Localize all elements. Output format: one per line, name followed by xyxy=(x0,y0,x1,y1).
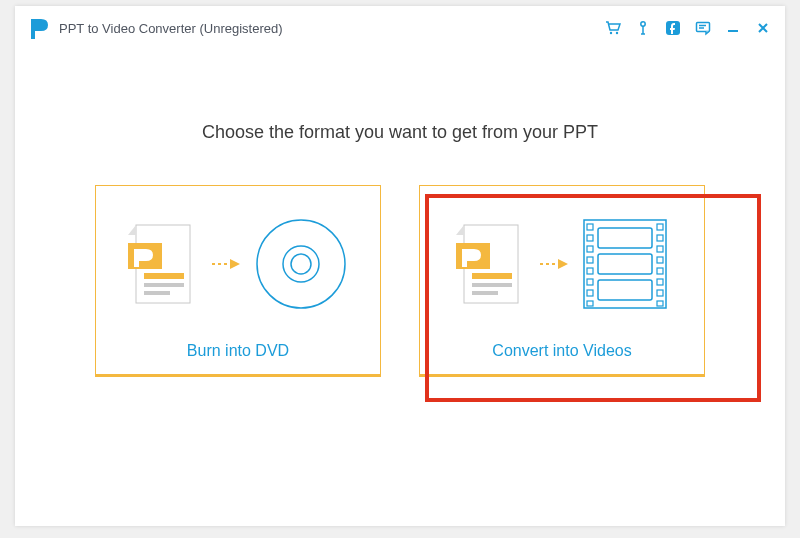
svg-rect-40 xyxy=(657,257,663,263)
option-convert-videos[interactable]: Convert into Videos xyxy=(419,185,705,377)
app-window: PPT to Video Converter (Unregistered) xyxy=(15,6,785,526)
svg-rect-32 xyxy=(587,257,593,263)
cart-icon[interactable] xyxy=(605,20,621,36)
svg-marker-7 xyxy=(128,225,136,235)
svg-rect-44 xyxy=(657,301,663,306)
svg-rect-37 xyxy=(657,224,663,230)
titlebar: PPT to Video Converter (Unregistered) xyxy=(15,6,785,50)
key-icon[interactable] xyxy=(635,20,651,36)
feedback-icon[interactable] xyxy=(695,20,711,36)
svg-rect-28 xyxy=(598,280,652,300)
svg-rect-39 xyxy=(657,246,663,252)
ppt-doc-icon xyxy=(456,221,526,307)
svg-rect-20 xyxy=(472,273,512,279)
option-row: Burn into DVD xyxy=(15,185,785,377)
option-label: Convert into Videos xyxy=(492,342,631,360)
svg-rect-26 xyxy=(598,228,652,248)
svg-rect-31 xyxy=(587,246,593,252)
svg-rect-5 xyxy=(728,30,738,32)
svg-rect-36 xyxy=(587,301,593,306)
svg-point-1 xyxy=(616,32,618,34)
option-convert-videos-art xyxy=(420,186,704,342)
svg-point-2 xyxy=(641,22,645,26)
svg-rect-27 xyxy=(598,254,652,274)
titlebar-controls xyxy=(605,20,771,36)
svg-rect-30 xyxy=(587,235,593,241)
svg-point-0 xyxy=(610,32,612,34)
page-heading: Choose the format you want to get from y… xyxy=(15,122,785,143)
option-burn-dvd-art xyxy=(96,186,380,342)
svg-marker-24 xyxy=(558,259,568,269)
arrow-icon xyxy=(540,257,568,271)
svg-rect-11 xyxy=(144,291,170,295)
svg-rect-35 xyxy=(587,290,593,296)
facebook-icon[interactable] xyxy=(665,20,681,36)
film-icon xyxy=(582,218,668,310)
app-logo-icon xyxy=(29,17,49,39)
svg-rect-21 xyxy=(472,283,512,287)
svg-point-16 xyxy=(291,254,311,274)
svg-rect-34 xyxy=(587,279,593,285)
option-label: Burn into DVD xyxy=(187,342,289,360)
svg-rect-42 xyxy=(657,279,663,285)
svg-point-15 xyxy=(283,246,319,282)
disc-icon xyxy=(254,217,348,311)
option-burn-dvd[interactable]: Burn into DVD xyxy=(95,185,381,377)
svg-marker-13 xyxy=(230,259,240,269)
svg-rect-9 xyxy=(144,273,184,279)
app-title: PPT to Video Converter (Unregistered) xyxy=(59,21,283,36)
svg-rect-29 xyxy=(587,224,593,230)
svg-point-14 xyxy=(257,220,345,308)
svg-rect-38 xyxy=(657,235,663,241)
svg-rect-43 xyxy=(657,290,663,296)
svg-rect-41 xyxy=(657,268,663,274)
svg-rect-22 xyxy=(472,291,498,295)
svg-rect-25 xyxy=(584,220,666,308)
close-button[interactable] xyxy=(755,20,771,36)
ppt-doc-icon xyxy=(128,221,198,307)
svg-marker-18 xyxy=(456,225,464,235)
minimize-button[interactable] xyxy=(725,20,741,36)
svg-rect-4 xyxy=(697,23,710,32)
main-content: Choose the format you want to get from y… xyxy=(15,50,785,377)
arrow-icon xyxy=(212,257,240,271)
svg-rect-10 xyxy=(144,283,184,287)
svg-rect-33 xyxy=(587,268,593,274)
